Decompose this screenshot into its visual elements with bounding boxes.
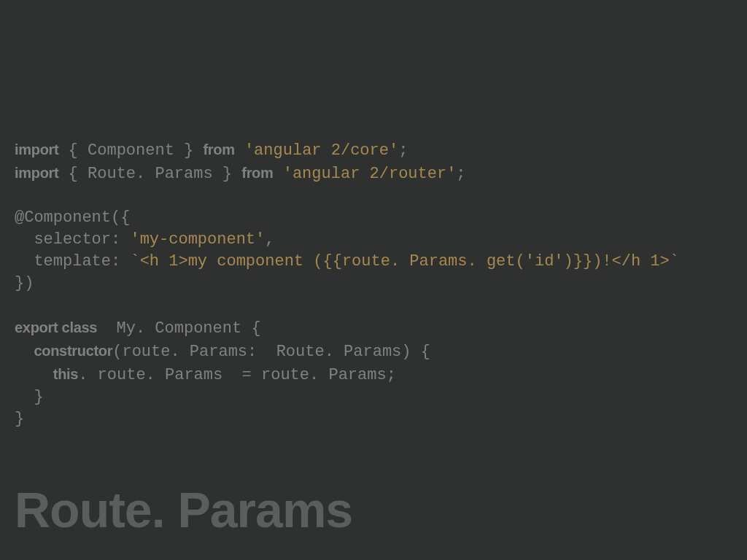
code-text: ,	[265, 230, 274, 249]
code-text	[274, 165, 283, 183]
keyword-this: this	[53, 366, 78, 382]
code-text: My. Component {	[97, 319, 260, 338]
code-text: ;	[456, 165, 465, 183]
code-line: })	[15, 274, 34, 292]
code-text	[15, 366, 53, 384]
string-literal: 'my-component'	[130, 230, 265, 249]
code-line: }	[15, 388, 44, 406]
code-text: template:	[15, 252, 130, 271]
code-text: { Component }	[58, 141, 203, 160]
code-text: { Route. Params }	[58, 165, 241, 183]
string-literal: 'angular 2/router'	[283, 165, 457, 183]
keyword-from: from	[241, 165, 273, 181]
code-text: (route. Params: Route. Params) {	[112, 343, 430, 361]
slide-title: Route. Params	[15, 481, 352, 538]
code-text	[15, 343, 34, 361]
code-text	[235, 141, 244, 160]
keyword-constructor: constructor	[34, 343, 112, 359]
code-text: selector:	[15, 230, 130, 249]
code-text: ;	[398, 141, 408, 160]
keyword-import: import	[15, 141, 58, 158]
code-line: @Component({	[15, 209, 130, 227]
slide: import { Component } from 'angular 2/cor…	[0, 0, 747, 560]
keyword-import: import	[15, 165, 58, 181]
string-literal: 'angular 2/core'	[244, 141, 398, 160]
code-line: }	[15, 410, 24, 428]
string-literal: `<h 1>my component ({{route. Params. get…	[130, 252, 679, 271]
keyword-export-class: export class	[15, 319, 97, 335]
keyword-from: from	[203, 141, 234, 158]
code-text: . route. Params = route. Params;	[78, 366, 396, 384]
code-block: import { Component } from 'angular 2/cor…	[15, 139, 679, 430]
